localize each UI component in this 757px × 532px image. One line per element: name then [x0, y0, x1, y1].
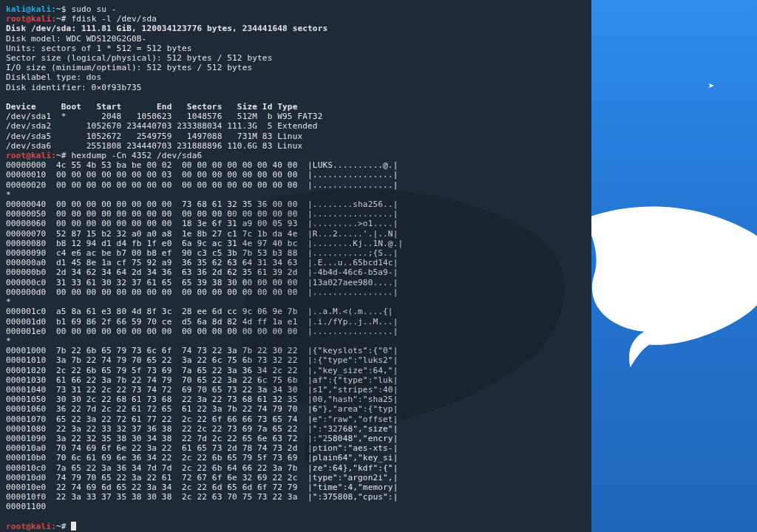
fdisk-row-2: /dev/sda5 1052672 2549759 1497088 731M 8…	[6, 132, 302, 141]
cmd-hexdump: hexdump -Cn 4352 /dev/sda6	[71, 151, 202, 160]
fdisk-row-0: /dev/sda1 * 2048 1050623 1048576 512M b …	[6, 112, 322, 121]
fdisk-row-3: /dev/sda6 2551808 234440703 231888896 11…	[6, 141, 302, 151]
mouse-cursor-icon: ➤	[708, 80, 714, 92]
kali-dragon-icon	[591, 192, 757, 384]
fdisk-out-0: Disk /dev/sda: 111.81 GiB, 120034123776 …	[6, 24, 327, 33]
cursor[interactable]	[71, 522, 76, 531]
user-prompt: kali	[6, 4, 26, 14]
hexdump-line: 00000000 4c 55 4b 53 ba be 00 02 00 00 0…	[6, 160, 398, 170]
root-prompt: root	[6, 14, 26, 24]
desktop-area[interactable]: ➤	[591, 0, 757, 532]
cmd-fdisk: fdisk -l /dev/sda	[71, 14, 157, 24]
fdisk-row-1: /dev/sda2 1052670 234440703 233388034 11…	[6, 121, 318, 131]
cmd-sudo: sudo su -	[71, 4, 116, 14]
fdisk-table-header: Device Boot Start End Sectors Size Id Ty…	[6, 102, 297, 112]
terminal-pane[interactable]: kali@kali:~$ sudo su - root@kali:~# fdis…	[0, 0, 591, 532]
